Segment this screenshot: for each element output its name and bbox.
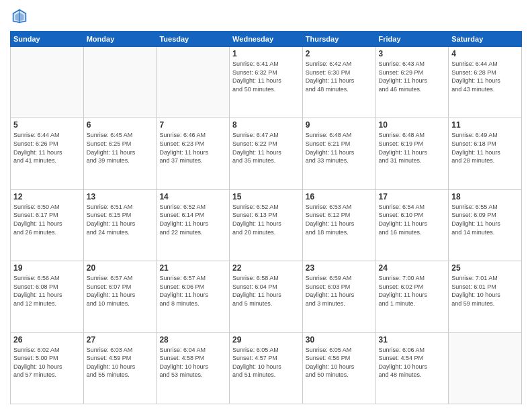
day-info: Sunrise: 6:56 AM Sunset: 6:08 PM Dayligh… <box>13 274 81 308</box>
day-number: 3 <box>379 49 446 58</box>
day-info: Sunrise: 6:57 AM Sunset: 6:07 PM Dayligh… <box>87 274 154 308</box>
day-info: Sunrise: 6:52 AM Sunset: 6:14 PM Dayligh… <box>159 203 226 236</box>
day-cell: 10Sunrise: 6:48 AM Sunset: 6:19 PM Dayli… <box>375 118 449 189</box>
day-cell: 21Sunrise: 6:57 AM Sunset: 6:06 PM Dayli… <box>157 261 230 332</box>
day-cell <box>11 47 84 118</box>
day-cell: 18Sunrise: 6:55 AM Sunset: 6:09 PM Dayli… <box>449 189 522 261</box>
day-number: 16 <box>306 192 373 201</box>
day-number: 21 <box>159 263 226 273</box>
day-number: 11 <box>451 120 519 130</box>
week-row-5: 26Sunrise: 6:02 AM Sunset: 5:00 PM Dayli… <box>11 332 522 404</box>
weekday-monday: Monday <box>83 32 157 47</box>
calendar-table: SundayMondayTuesdayWednesdayThursdayFrid… <box>10 31 522 404</box>
day-info: Sunrise: 6:59 AM Sunset: 6:03 PM Dayligh… <box>306 274 373 308</box>
day-info: Sunrise: 7:00 AM Sunset: 6:02 PM Dayligh… <box>379 274 446 308</box>
day-cell: 27Sunrise: 6:03 AM Sunset: 4:59 PM Dayli… <box>83 332 157 404</box>
day-number: 6 <box>87 120 154 130</box>
weekday-tuesday: Tuesday <box>157 32 230 47</box>
day-number: 31 <box>379 335 446 345</box>
day-info: Sunrise: 6:05 AM Sunset: 4:57 PM Dayligh… <box>232 346 300 379</box>
day-cell: 5Sunrise: 6:44 AM Sunset: 6:26 PM Daylig… <box>11 118 84 189</box>
day-info: Sunrise: 7:01 AM Sunset: 6:01 PM Dayligh… <box>451 274 519 308</box>
day-info: Sunrise: 6:47 AM Sunset: 6:22 PM Dayligh… <box>232 131 300 165</box>
day-info: Sunrise: 6:54 AM Sunset: 6:10 PM Dayligh… <box>379 203 446 236</box>
day-number: 22 <box>232 263 300 273</box>
weekday-thursday: Thursday <box>302 32 375 47</box>
day-info: Sunrise: 6:50 AM Sunset: 6:17 PM Dayligh… <box>13 203 81 236</box>
day-info: Sunrise: 6:55 AM Sunset: 6:09 PM Dayligh… <box>451 203 519 236</box>
day-number: 19 <box>13 263 81 273</box>
day-cell: 1Sunrise: 6:41 AM Sunset: 6:32 PM Daylig… <box>230 47 303 118</box>
day-cell: 24Sunrise: 7:00 AM Sunset: 6:02 PM Dayli… <box>375 261 449 332</box>
day-number: 20 <box>87 263 154 273</box>
day-cell: 23Sunrise: 6:59 AM Sunset: 6:03 PM Dayli… <box>302 261 375 332</box>
day-cell: 9Sunrise: 6:48 AM Sunset: 6:21 PM Daylig… <box>302 118 375 189</box>
day-cell: 7Sunrise: 6:46 AM Sunset: 6:23 PM Daylig… <box>157 118 230 189</box>
day-number: 4 <box>451 49 519 58</box>
week-row-4: 19Sunrise: 6:56 AM Sunset: 6:08 PM Dayli… <box>11 261 522 332</box>
day-cell: 19Sunrise: 6:56 AM Sunset: 6:08 PM Dayli… <box>11 261 84 332</box>
day-info: Sunrise: 6:42 AM Sunset: 6:30 PM Dayligh… <box>306 60 373 93</box>
week-row-3: 12Sunrise: 6:50 AM Sunset: 6:17 PM Dayli… <box>11 189 522 261</box>
day-info: Sunrise: 6:46 AM Sunset: 6:23 PM Dayligh… <box>159 131 226 165</box>
day-number: 9 <box>306 120 373 130</box>
day-cell <box>83 47 157 118</box>
day-number: 7 <box>159 120 226 130</box>
day-number: 26 <box>13 335 81 345</box>
week-row-2: 5Sunrise: 6:44 AM Sunset: 6:26 PM Daylig… <box>11 118 522 189</box>
day-info: Sunrise: 6:44 AM Sunset: 6:28 PM Dayligh… <box>451 60 519 93</box>
week-row-1: 1Sunrise: 6:41 AM Sunset: 6:32 PM Daylig… <box>11 47 522 118</box>
weekday-header-row: SundayMondayTuesdayWednesdayThursdayFrid… <box>11 32 522 47</box>
day-number: 5 <box>13 120 81 130</box>
day-info: Sunrise: 6:58 AM Sunset: 6:04 PM Dayligh… <box>232 274 300 308</box>
day-info: Sunrise: 6:49 AM Sunset: 6:18 PM Dayligh… <box>451 131 519 165</box>
day-number: 13 <box>87 192 154 201</box>
day-info: Sunrise: 6:06 AM Sunset: 4:54 PM Dayligh… <box>379 346 446 379</box>
day-cell: 13Sunrise: 6:51 AM Sunset: 6:15 PM Dayli… <box>83 189 157 261</box>
day-info: Sunrise: 6:41 AM Sunset: 6:32 PM Dayligh… <box>232 60 300 93</box>
day-cell: 3Sunrise: 6:43 AM Sunset: 6:29 PM Daylig… <box>375 47 449 118</box>
day-number: 25 <box>451 263 519 273</box>
day-cell: 30Sunrise: 6:05 AM Sunset: 4:56 PM Dayli… <box>302 332 375 404</box>
day-cell: 26Sunrise: 6:02 AM Sunset: 5:00 PM Dayli… <box>11 332 84 404</box>
day-number: 24 <box>379 263 446 273</box>
weekday-sunday: Sunday <box>11 32 84 47</box>
day-number: 27 <box>87 335 154 345</box>
day-info: Sunrise: 6:48 AM Sunset: 6:21 PM Dayligh… <box>306 131 373 165</box>
day-number: 29 <box>232 335 300 345</box>
day-info: Sunrise: 6:43 AM Sunset: 6:29 PM Dayligh… <box>379 60 446 93</box>
page: SundayMondayTuesdayWednesdayThursdayFrid… <box>0 0 532 411</box>
day-cell: 11Sunrise: 6:49 AM Sunset: 6:18 PM Dayli… <box>449 118 522 189</box>
day-number: 15 <box>232 192 300 201</box>
day-cell: 12Sunrise: 6:50 AM Sunset: 6:17 PM Dayli… <box>11 189 84 261</box>
day-cell: 6Sunrise: 6:45 AM Sunset: 6:25 PM Daylig… <box>83 118 157 189</box>
day-info: Sunrise: 6:02 AM Sunset: 5:00 PM Dayligh… <box>13 346 81 379</box>
day-cell: 8Sunrise: 6:47 AM Sunset: 6:22 PM Daylig… <box>230 118 303 189</box>
day-info: Sunrise: 6:52 AM Sunset: 6:13 PM Dayligh… <box>232 203 300 236</box>
day-cell <box>449 332 522 404</box>
day-cell: 4Sunrise: 6:44 AM Sunset: 6:28 PM Daylig… <box>449 47 522 118</box>
weekday-friday: Friday <box>375 32 449 47</box>
logo-icon <box>10 7 29 26</box>
day-number: 18 <box>451 192 519 201</box>
day-number: 2 <box>306 49 373 58</box>
day-cell: 20Sunrise: 6:57 AM Sunset: 6:07 PM Dayli… <box>83 261 157 332</box>
day-info: Sunrise: 6:57 AM Sunset: 6:06 PM Dayligh… <box>159 274 226 308</box>
day-number: 17 <box>379 192 446 201</box>
day-number: 8 <box>232 120 300 130</box>
day-info: Sunrise: 6:45 AM Sunset: 6:25 PM Dayligh… <box>87 131 154 165</box>
day-cell <box>157 47 230 118</box>
day-info: Sunrise: 6:53 AM Sunset: 6:12 PM Dayligh… <box>306 203 373 236</box>
day-number: 1 <box>232 49 300 58</box>
day-number: 14 <box>159 192 226 201</box>
day-cell: 16Sunrise: 6:53 AM Sunset: 6:12 PM Dayli… <box>302 189 375 261</box>
day-info: Sunrise: 6:04 AM Sunset: 4:58 PM Dayligh… <box>159 346 226 379</box>
day-cell: 31Sunrise: 6:06 AM Sunset: 4:54 PM Dayli… <box>375 332 449 404</box>
day-cell: 17Sunrise: 6:54 AM Sunset: 6:10 PM Dayli… <box>375 189 449 261</box>
day-cell: 2Sunrise: 6:42 AM Sunset: 6:30 PM Daylig… <box>302 47 375 118</box>
day-number: 10 <box>379 120 446 130</box>
day-cell: 28Sunrise: 6:04 AM Sunset: 4:58 PM Dayli… <box>157 332 230 404</box>
weekday-saturday: Saturday <box>449 32 522 47</box>
day-info: Sunrise: 6:05 AM Sunset: 4:56 PM Dayligh… <box>306 346 373 379</box>
day-info: Sunrise: 6:51 AM Sunset: 6:15 PM Dayligh… <box>87 203 154 236</box>
